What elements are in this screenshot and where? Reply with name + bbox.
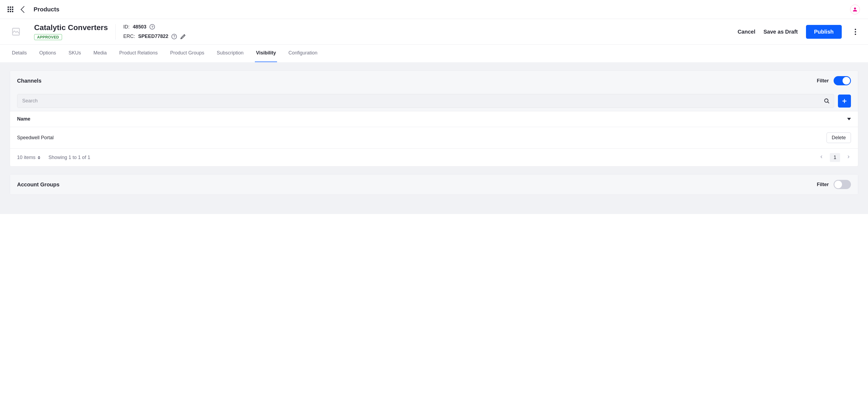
tab-product-relations[interactable]: Product Relations (118, 45, 159, 62)
id-value: 48503 (133, 24, 146, 30)
svg-point-1 (825, 99, 828, 102)
status-badge: APPROVED (34, 34, 62, 40)
select-caret-icon (38, 156, 40, 159)
tab-configuration[interactable]: Configuration (287, 45, 318, 62)
filter-label: Filter (817, 182, 829, 187)
account-groups-title: Account Groups (17, 182, 60, 188)
tab-options[interactable]: Options (38, 45, 57, 62)
page-header: Catalytic Converters APPROVED ID: 48503 … (0, 19, 868, 45)
items-per-page-label: 10 items (17, 155, 35, 160)
help-icon[interactable]: ? (172, 34, 177, 39)
avatar[interactable] (850, 5, 860, 14)
items-per-page-select[interactable]: 10 items (17, 155, 40, 160)
page-title: Catalytic Converters (34, 23, 108, 32)
tabs: Details Options SKUs Media Product Relat… (0, 45, 868, 62)
publish-button[interactable]: Publish (806, 25, 842, 39)
more-icon[interactable] (852, 27, 858, 37)
content: Channels Filter Name Speedwell Portal (0, 62, 868, 214)
search-input[interactable] (17, 94, 834, 108)
account-groups-filter-toggle[interactable] (834, 180, 851, 189)
prev-page-button[interactable] (819, 154, 824, 161)
product-thumbnail (10, 26, 22, 38)
account-groups-panel: Account Groups Filter (10, 174, 858, 195)
channels-panel: Channels Filter Name Speedwell Portal (10, 70, 858, 166)
svg-line-2 (828, 101, 829, 103)
tab-product-groups[interactable]: Product Groups (169, 45, 205, 62)
delete-button[interactable]: Delete (827, 132, 851, 143)
pagination: 10 items Showing 1 to 1 of 1 1 (10, 149, 858, 166)
erc-value: SPEED77822 (138, 34, 168, 39)
showing-text: Showing 1 to 1 of 1 (49, 155, 90, 160)
sort-icon[interactable] (847, 118, 851, 120)
id-label: ID: (123, 24, 129, 30)
edit-icon[interactable] (180, 34, 186, 39)
erc-label: ERC: (123, 34, 135, 39)
search-icon[interactable] (824, 98, 830, 104)
next-page-button[interactable] (846, 154, 851, 161)
tab-visibility[interactable]: Visibility (255, 45, 277, 62)
apps-icon[interactable] (8, 6, 13, 12)
channels-filter-toggle[interactable] (834, 76, 851, 85)
topbar: Products (0, 0, 868, 19)
page-number[interactable]: 1 (830, 153, 840, 162)
help-icon[interactable]: ? (150, 24, 155, 30)
row-name[interactable]: Speedwell Portal (17, 135, 54, 141)
cancel-button[interactable]: Cancel (738, 29, 755, 35)
user-icon (852, 7, 858, 12)
save-draft-button[interactable]: Save as Draft (764, 29, 798, 35)
add-button[interactable] (838, 95, 851, 107)
tab-subscription[interactable]: Subscription (216, 45, 245, 62)
filter-label: Filter (817, 78, 829, 84)
channels-title: Channels (17, 78, 41, 84)
table-row: Speedwell Portal Delete (10, 127, 858, 149)
tab-details[interactable]: Details (11, 45, 28, 62)
tab-media[interactable]: Media (92, 45, 108, 62)
back-icon[interactable] (21, 6, 27, 13)
breadcrumb[interactable]: Products (34, 6, 59, 13)
tab-skus[interactable]: SKUs (67, 45, 82, 62)
plus-icon (841, 98, 847, 104)
column-name[interactable]: Name (17, 116, 30, 122)
